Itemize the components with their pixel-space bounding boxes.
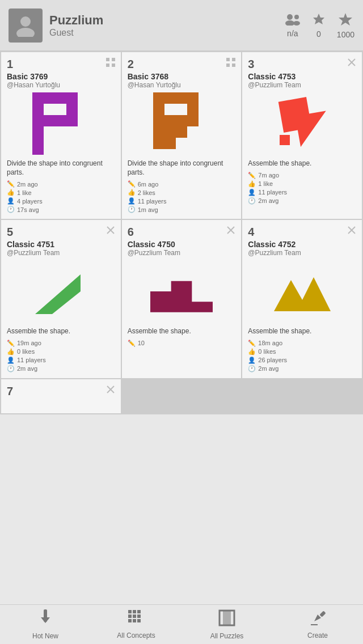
- time-value: 10: [138, 340, 145, 346]
- svg-rect-8: [106, 58, 109, 61]
- pencil-icon: ✏️: [248, 340, 256, 347]
- svg-rect-72: [128, 619, 132, 622]
- svg-rect-19: [44, 115, 55, 126]
- like-icon: 👍: [248, 348, 256, 355]
- cell-meta: ✏️ 7m ago 👍 1 like 👤 11 players 🕐 2m avg: [248, 172, 356, 205]
- svg-rect-36: [187, 104, 199, 115]
- meta-time: ✏️ 18m ago: [248, 340, 356, 347]
- svg-rect-23: [32, 138, 44, 149]
- cell-number: 2: [128, 58, 181, 71]
- meta-players: 👤 11 players: [248, 189, 356, 196]
- avg-value: 1m avg: [138, 206, 158, 213]
- time-value: 18m ago: [258, 340, 282, 346]
- avg-value: 17s avg: [17, 206, 39, 213]
- puzzle-cell-2[interactable]: 2 Basic 3768 @Hasan Yurtoğlu: [122, 52, 242, 219]
- puzzle-cell-7[interactable]: 7: [1, 379, 121, 413]
- shape-arrow-red: [271, 95, 334, 152]
- cell-author: @Puzzlium Team: [248, 81, 301, 89]
- svg-rect-27: [226, 58, 230, 61]
- nav-create[interactable]: Create: [272, 605, 363, 644]
- players-icon: 👤: [7, 357, 15, 364]
- meta-avg: 🕐 17s avg: [7, 206, 115, 213]
- cell-number: 5: [7, 226, 60, 239]
- nav-all-concepts[interactable]: All Concepts: [91, 605, 182, 644]
- svg-rect-37: [153, 115, 164, 126]
- puzzle-cell-5[interactable]: 5 Classic 4751 @Puzzlium Team Assemble t…: [1, 220, 121, 378]
- cell-description: Assemble the shape.: [7, 327, 115, 336]
- shape-mountain-yellow: [271, 266, 334, 317]
- time-value: 2m ago: [17, 181, 38, 188]
- svg-rect-31: [153, 92, 164, 104]
- cell-number: 1: [7, 58, 60, 71]
- nav-all-puzzles[interactable]: All Puzzles: [182, 605, 272, 644]
- svg-rect-18: [32, 115, 44, 126]
- svg-rect-42: [153, 138, 164, 149]
- corner-icon: [106, 226, 115, 237]
- svg-rect-68: [137, 610, 141, 613]
- stars-value: 1000: [337, 30, 354, 39]
- players-value: 11 players: [138, 198, 167, 205]
- meta-players: 👤 11 players: [128, 197, 236, 205]
- svg-rect-28: [232, 58, 235, 61]
- svg-rect-70: [133, 615, 136, 618]
- svg-rect-76: [223, 611, 231, 625]
- puzzle-cell-6[interactable]: 6 Classic 4750 @Puzzlium Team Assemble t…: [122, 220, 242, 378]
- user-info: Puzzlium Guest: [49, 13, 285, 38]
- meta-time: ✏️ 7m ago: [248, 172, 356, 179]
- puzzle-image-2: [128, 92, 236, 155]
- svg-rect-43: [164, 104, 176, 115]
- players-icon: [285, 13, 301, 29]
- user-icon: [14, 14, 37, 37]
- cell-description: Divide the shape into congruent parts.: [7, 159, 115, 177]
- svg-rect-9: [112, 58, 115, 61]
- svg-rect-41: [153, 126, 164, 138]
- svg-point-2: [287, 14, 293, 20]
- corner-icon: [347, 58, 356, 69]
- pencil-icon: ✏️: [128, 340, 136, 347]
- svg-point-0: [20, 16, 31, 27]
- players-icon: 👤: [7, 197, 15, 205]
- svg-rect-25: [44, 104, 55, 115]
- players-value: 11 players: [258, 189, 287, 196]
- shape-p-purple: [32, 92, 89, 155]
- like-icon: 👍: [248, 180, 256, 188]
- puzzle-cell-3[interactable]: 3 Classic 4753 @Puzzlium Team Assemble t…: [242, 52, 362, 219]
- shape-step-maroon: [150, 266, 213, 317]
- cell-meta: ✏️ 2m ago 👍 1 like 👤 4 players 🕐 17s avg: [7, 180, 115, 213]
- cell-meta: ✏️ 18m ago 👍 0 likes 👤 26 players 🕐 2m a…: [248, 340, 356, 372]
- corner-icon: [106, 58, 115, 69]
- cell-title: Classic 4751: [7, 240, 60, 249]
- puzzle-image-1: [7, 92, 115, 155]
- svg-rect-17: [66, 104, 78, 115]
- nav-hot-new[interactable]: Hot New: [0, 605, 91, 644]
- svg-marker-7: [339, 13, 352, 26]
- players-icon: 👤: [248, 357, 256, 364]
- corner-icon: [226, 226, 235, 237]
- like-icon: 👍: [128, 189, 136, 196]
- like-icon: 👍: [7, 189, 15, 196]
- svg-marker-65: [41, 617, 50, 623]
- meta-avg: 🕐 2m avg: [7, 365, 115, 372]
- svg-rect-15: [66, 92, 78, 104]
- clock-icon: 🕐: [248, 365, 256, 372]
- create-icon: [310, 610, 326, 629]
- likes-value: 0 likes: [258, 348, 276, 355]
- players-value: 26 players: [258, 357, 287, 363]
- nav-all-puzzles-label: All Puzzles: [210, 632, 244, 640]
- time-value: 6m ago: [138, 181, 159, 188]
- svg-rect-11: [112, 63, 115, 67]
- players-value: n/a: [285, 29, 301, 38]
- puzzle-cell-4[interactable]: 4 Classic 4752 @Puzzlium Team Assemble t…: [242, 220, 362, 378]
- time-value: 19m ago: [17, 340, 41, 346]
- app-header: Puzzlium Guest n/a 0 1000: [0, 0, 363, 51]
- cell-title: Classic 4752: [248, 240, 301, 249]
- svg-marker-6: [313, 14, 324, 24]
- cell-author: @Puzzlium Team: [128, 249, 180, 257]
- puzzle-cell-1[interactable]: 1 Basic 3769 @Hasan Yurtoğlu: [1, 52, 121, 219]
- meta-avg: 🕐 1m avg: [128, 206, 236, 213]
- meta-likes: 👍 1 like: [7, 189, 115, 196]
- clock-icon: 🕐: [248, 197, 256, 205]
- cell-number: 7: [7, 385, 13, 398]
- cell-meta: ✏️ 19m ago 👍 0 likes 👤 11 players 🕐 2m a…: [7, 340, 115, 372]
- avg-value: 2m avg: [17, 365, 37, 372]
